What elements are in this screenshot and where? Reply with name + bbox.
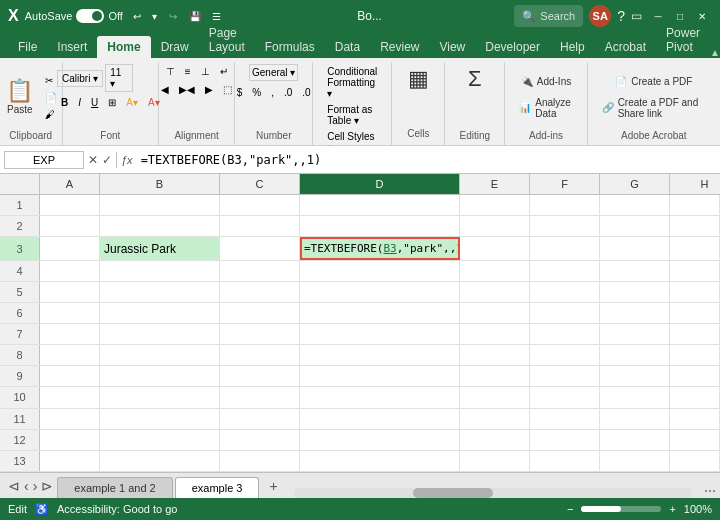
cell-B2[interactable] [100,216,220,236]
increase-decimal-button[interactable]: .0 [280,85,296,100]
autosave-switch[interactable] [76,9,104,23]
redo-icon[interactable]: ↪ [165,8,181,24]
fill-color-button[interactable]: A▾ [122,95,142,110]
addins-button[interactable]: 🔌 Add-Ins [513,72,578,91]
tab-home[interactable]: Home [97,36,150,58]
italic-button[interactable]: I [74,95,85,110]
format-as-table-button[interactable]: Format as Table ▾ [321,102,383,128]
cell-B4[interactable] [100,261,220,281]
font-family-dropdown[interactable]: Calibri ▾ [57,70,103,87]
sheet-nav-last[interactable]: ⊳ [41,478,53,494]
editing-button[interactable]: Σ [457,64,493,94]
cell-D3[interactable]: =TEXTBEFORE(B3,"park",,1) TEXTBEFORE(tex… [300,237,460,259]
align-center-button[interactable]: ▶◀ [175,82,199,97]
cell-H3[interactable] [670,237,720,259]
add-sheet-button[interactable]: + [261,474,285,498]
cell-A1[interactable] [40,195,100,215]
col-header-C[interactable]: C [220,174,300,194]
help-icon[interactable]: ? [617,8,625,24]
name-box[interactable] [4,151,84,169]
row-num-3[interactable]: 3 [0,237,40,259]
underline-button[interactable]: U [87,95,102,110]
tab-file[interactable]: File [8,36,47,58]
formula-input[interactable] [137,151,716,169]
row-num-6[interactable]: 6 [0,303,40,323]
zoom-slider[interactable] [581,506,661,512]
insert-function-icon[interactable]: ƒx [121,154,133,166]
paste-button[interactable]: 📋 Paste [0,76,39,119]
create-share-link-button[interactable]: 🔗 Create a PDF and Share link [596,93,712,123]
col-header-B[interactable]: B [100,174,220,194]
analyze-data-button[interactable]: 📊 Analyze Data [513,93,578,123]
cell-F3[interactable] [530,237,600,259]
conditional-formatting-button[interactable]: Conditional Formatting ▾ [321,64,383,101]
sheet-options-icon[interactable]: ⋯ [700,484,720,498]
cell-G4[interactable] [600,261,670,281]
tab-help[interactable]: Help [550,36,595,58]
ribbon-collapse-icon[interactable]: ▲ [710,47,720,58]
undo-icon[interactable]: ↩ [129,8,145,24]
row-num-9[interactable]: 9 [0,366,40,386]
cell-E1[interactable] [460,195,530,215]
cell-E2[interactable] [460,216,530,236]
cell-F4[interactable] [530,261,600,281]
row-num-7[interactable]: 7 [0,324,40,344]
sheet-nav-next[interactable]: › [33,478,38,494]
zoom-in-icon[interactable]: + [669,503,675,515]
autosave-toggle[interactable]: AutoSave Off [25,9,123,23]
row-num-10[interactable]: 10 [0,387,40,407]
tab-developer[interactable]: Developer [475,36,550,58]
decrease-decimal-button[interactable]: .0 [298,85,314,100]
cell-A3[interactable] [40,237,100,259]
row-num-8[interactable]: 8 [0,345,40,365]
cell-D2[interactable] [300,216,460,236]
cell-G3[interactable] [600,237,670,259]
col-header-D[interactable]: D [300,174,460,194]
tab-view[interactable]: View [429,36,475,58]
row-num-11[interactable]: 11 [0,409,40,429]
border-button[interactable]: ⊞ [104,95,120,110]
row-num-4[interactable]: 4 [0,261,40,281]
tab-power-pivot[interactable]: Power Pivot [656,22,710,58]
row-num-13[interactable]: 13 [0,451,40,471]
sheet-tab-example-3[interactable]: example 3 [175,477,260,498]
wrap-text-button[interactable]: ↵ [216,64,232,79]
cell-G2[interactable] [600,216,670,236]
cell-H4[interactable] [670,261,720,281]
confirm-formula-icon[interactable]: ✓ [102,153,112,167]
horizontal-scrollbar[interactable] [286,488,700,498]
sheet-nav-prev[interactable]: ‹ [24,478,29,494]
tab-formulas[interactable]: Formulas [255,36,325,58]
comma-button[interactable]: , [267,85,278,100]
cell-H1[interactable] [670,195,720,215]
create-pdf-button[interactable]: 📄 Create a PDF [596,72,712,91]
cell-C4[interactable] [220,261,300,281]
col-header-G[interactable]: G [600,174,670,194]
cell-C2[interactable] [220,216,300,236]
cell-B1[interactable] [100,195,220,215]
cell-C1[interactable] [220,195,300,215]
percent-button[interactable]: % [248,85,265,100]
scroll-thumb[interactable] [413,488,493,498]
cell-A2[interactable] [40,216,100,236]
cell-D1[interactable] [300,195,460,215]
row-num-12[interactable]: 12 [0,430,40,450]
row-num-2[interactable]: 2 [0,216,40,236]
align-left-button[interactable]: ◀ [157,82,173,97]
align-middle-button[interactable]: ≡ [181,64,195,79]
align-right-button[interactable]: ▶ [201,82,217,97]
sheet-scroll-bar[interactable] [294,488,692,498]
undo-dropdown-icon[interactable]: ▾ [147,8,163,24]
col-header-A[interactable]: A [40,174,100,194]
cell-D4[interactable] [300,261,460,281]
cell-H2[interactable] [670,216,720,236]
cell-F1[interactable] [530,195,600,215]
col-header-H[interactable]: H [670,174,720,194]
cancel-formula-icon[interactable]: ✕ [88,153,98,167]
col-header-E[interactable]: E [460,174,530,194]
row-num-1[interactable]: 1 [0,195,40,215]
cell-A4[interactable] [40,261,100,281]
ribbon-display-icon[interactable]: ▭ [631,9,642,23]
font-size-dropdown[interactable]: 11 ▾ [105,64,133,92]
zoom-out-icon[interactable]: − [567,503,573,515]
